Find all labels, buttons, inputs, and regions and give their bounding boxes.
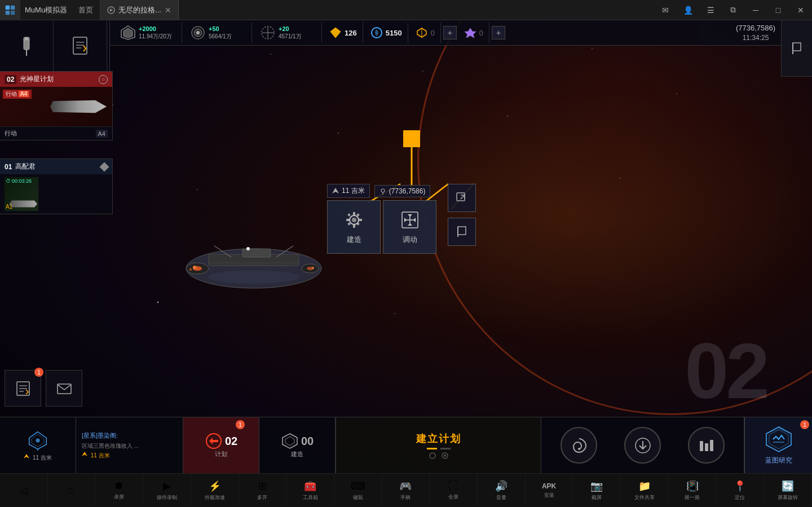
toolbar-pin-btn[interactable] [0,20,54,71]
file-share-btn[interactable]: 📁 文件共享 [621,474,669,508]
quest-02-panel[interactable]: 02 光神星计划 ○ 行动A4 行动 A4 [0,71,113,140]
add-currency3-btn[interactable]: + [443,26,457,39]
quest-notif-btn[interactable]: 1 [5,370,41,407]
top-hud: +2000 11.94万/20万 +50 5664/1万 [110,20,699,46]
energy-resource-values: +50 5664/1万 [209,25,232,39]
quest-01-content: ⏱ 00:03:26 A1 [0,174,112,214]
volume-icon: 🔊 [495,480,508,492]
install-btn[interactable]: APK 安装 [526,474,573,508]
record-btn[interactable]: ⏺ 录屏 [95,474,143,508]
context-menu: 11 吉米 (7736,7586) [327,184,436,254]
blueprint-icon [765,425,793,453]
back-icon: ◁ [20,484,28,497]
add-currency4-btn[interactable]: + [492,26,505,39]
rotate-btn[interactable]: 🔄 屏幕旋转 [764,474,812,508]
menu-icon-btn[interactable]: ☰ [699,0,722,20]
fullscreen-btn[interactable]: ⛶ 全屏 [430,474,478,508]
blueprint-button[interactable]: 1 蓝图研究 [744,417,812,473]
build-tab-label: 建造 [291,450,303,458]
minimize-btn[interactable]: ─ [744,0,767,20]
resource-energy[interactable]: +50 5664/1万 [184,23,252,43]
volume-btn[interactable]: 🔊 音量 [478,474,526,508]
email-icon-btn[interactable]: ✉ [654,0,677,20]
keyboard-btn[interactable]: ⌨ 键鼠 [334,474,382,508]
circle-btn-3[interactable] [688,427,725,464]
resource-building[interactable]: +2000 11.94万/20万 [114,23,182,43]
svg-rect-2 [6,10,10,14]
move-icon [400,210,420,230]
material-resource-icon [260,25,276,41]
boost-label: 外服加速 [205,494,225,501]
build-button-label: 建造 [347,235,361,245]
currency2-display[interactable]: 5150 [365,23,408,43]
toolbar-report-btn[interactable] [54,20,107,71]
maximize-btn[interactable]: □ [767,0,789,20]
flag-button[interactable] [781,20,812,77]
plans-tab[interactable]: 1 02 计划 [183,417,259,473]
svg-rect-58 [353,224,355,228]
build-button[interactable]: 建造 [327,200,381,254]
plans-tab-label: 计划 [215,450,227,458]
location-btn[interactable]: 📍 定位 [717,474,765,508]
currency3-display[interactable]: 0 [411,23,441,43]
currency2-value: 5150 [386,29,402,37]
android-back-btn[interactable]: ◁ [0,474,48,508]
quest-01-diamond-icon [100,162,109,171]
currency3-icon [416,27,427,38]
shake-btn[interactable]: 📳 摇一摇 [669,474,717,508]
resource-material[interactable]: +20 4571/1万 [254,23,322,43]
svg-rect-90 [710,440,713,451]
svg-line-52 [461,195,465,199]
quest-02-info-icon[interactable]: ○ [99,75,108,84]
svg-point-75 [36,438,39,442]
boost-btn[interactable]: ⚡ 外服加速 [191,474,239,508]
game-tab-close[interactable]: ✕ [165,6,171,15]
macro-btn[interactable]: ▶ 操作录制 [143,474,191,508]
screenshot-btn[interactable]: 📷 截屏 [573,474,621,508]
svg-rect-59 [346,219,350,221]
build-tab[interactable]: 00 建造 [259,417,336,473]
currency3-value: 0 [431,29,435,37]
establish-plan-button[interactable]: 建立计划 [336,417,541,473]
move-button-label: 调动 [403,235,417,245]
multi-open-btn[interactable]: ⊞ 多开 [239,474,287,508]
quest-01-number: 01 [5,163,12,171]
navigation-icon [332,188,339,195]
context-external-btn[interactable] [448,184,476,212]
mail-notif-btn[interactable] [46,370,82,407]
user-icon-btn[interactable]: 👤 [677,0,699,20]
record-icon: ⏺ [114,480,124,492]
svg-rect-44 [403,130,420,147]
diamonds-display[interactable]: 126 [324,23,363,43]
sector-mark: 02 [685,325,767,417]
quest-02-badge: 行动A4 [3,90,32,99]
app-icon [0,0,20,20]
nav-section[interactable]: 11 吉米 [0,417,76,473]
move-button[interactable]: 调动 [383,200,436,254]
svg-marker-17 [465,28,476,38]
circle-btn-2[interactable] [624,427,661,464]
window-controls: ✉ 👤 ☰ ⧉ ─ □ ✕ [654,0,812,20]
copy-icon-btn[interactable]: ⧉ [722,0,744,20]
macro-label: 操作录制 [157,494,177,501]
currency4-display[interactable]: 0 [459,23,489,43]
home-tab[interactable]: 首页 [72,0,100,20]
context-flag-btn[interactable] [448,218,476,246]
diamond-icon [330,27,341,38]
context-distance: 11 吉米 [327,184,370,198]
circle-btn-1[interactable] [561,427,597,464]
toolbox-btn[interactable]: 🧰 工具箱 [286,474,334,508]
gamepad-icon: 🎮 [399,480,412,492]
quest-01-panel[interactable]: 01 高配君 ⏱ 00:03:26 A1 [0,158,113,214]
svg-marker-77 [24,454,29,458]
svg-rect-53 [458,227,466,235]
close-btn[interactable]: ✕ [789,0,812,20]
game-tab[interactable]: 无尽的拉格... ✕ [100,0,179,20]
android-home-btn[interactable]: ⌂ [48,474,96,508]
keyboard-icon: ⌨ [351,480,365,492]
energy-resource-icon [190,25,206,41]
keyboard-label: 键鼠 [353,494,363,501]
game-area: 02 +2000 11.94万/20万 [0,20,812,507]
gamepad-btn[interactable]: 🎮 手柄 [382,474,430,508]
svg-rect-29 [242,249,271,257]
